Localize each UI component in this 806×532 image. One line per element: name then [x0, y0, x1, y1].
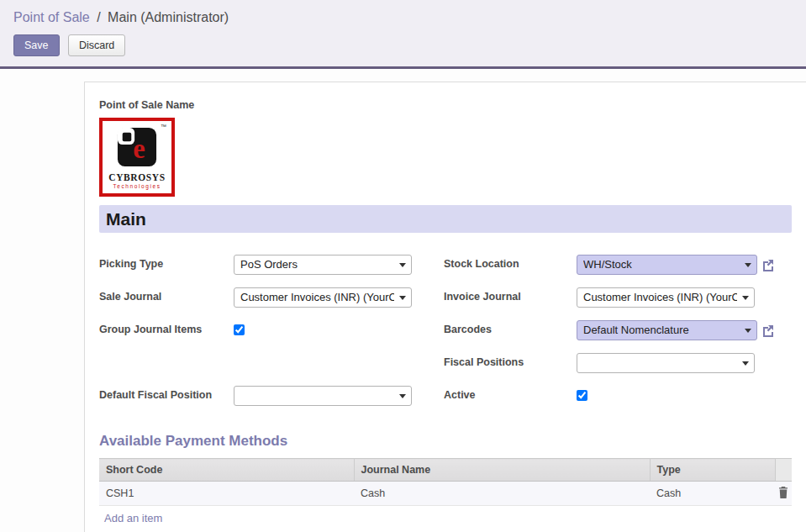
- default-fiscal-position-label: Default Fiscal Position: [99, 386, 234, 401]
- active-label: Active: [444, 386, 577, 401]
- control-panel: Point of Sale / Main (Administrator) Sav…: [0, 0, 806, 69]
- fiscal-positions-label: Fiscal Positions: [444, 353, 577, 368]
- sale-journal-select[interactable]: Customer Invoices (INR) (YourC: [234, 287, 412, 308]
- column-header-short-code[interactable]: Short Code: [99, 459, 354, 482]
- cell-type[interactable]: Cash: [650, 482, 775, 506]
- barcodes-field: Default Nomenclature: [577, 320, 791, 340]
- chevron-down-icon: [399, 394, 406, 398]
- breadcrumb-current: Main (Administrator): [108, 10, 229, 24]
- chevron-down-icon: [745, 329, 751, 333]
- group-journal-items-label: Group Journal Items: [99, 320, 234, 335]
- stock-location-input[interactable]: WH/Stock: [577, 255, 757, 275]
- cell-short-code[interactable]: CSH1: [99, 482, 354, 506]
- form-sheet: Point of Sale Name ™ e CYBROSYS Technolo…: [84, 82, 806, 532]
- stock-location-field: WH/Stock: [577, 255, 791, 275]
- save-button[interactable]: Save: [13, 34, 60, 56]
- pos-logo-image[interactable]: ™ e CYBROSYS Technologies: [99, 118, 175, 197]
- barcodes-label: Barcodes: [444, 320, 577, 335]
- default-fiscal-position-select[interactable]: [234, 386, 412, 406]
- logo-subtitle-text: Technologies: [113, 183, 161, 189]
- column-header-delete: [775, 459, 792, 482]
- column-header-type[interactable]: Type: [650, 459, 775, 482]
- main-content: Point of Sale Name ™ e CYBROSYS Technolo…: [0, 69, 806, 532]
- barcodes-input[interactable]: Default Nomenclature: [577, 320, 757, 340]
- breadcrumb-point-of-sale[interactable]: Point of Sale: [13, 10, 90, 24]
- logo-brand-text: CYBROSYS: [108, 172, 165, 182]
- cell-delete: [775, 482, 792, 506]
- trash-icon[interactable]: [778, 487, 788, 498]
- barcodes-value: Default Nomenclature: [583, 324, 740, 336]
- sale-journal-label: Sale Journal: [99, 287, 234, 303]
- invoice-journal-label: Invoice Journal: [444, 287, 577, 303]
- sale-journal-value: Customer Invoices (INR) (YourC: [240, 291, 394, 303]
- discard-button[interactable]: Discard: [68, 34, 125, 56]
- breadcrumb-separator: /: [97, 10, 100, 24]
- invoice-journal-value: Customer Invoices (INR) (YourCo: [583, 291, 737, 303]
- group-journal-items-checkbox[interactable]: [234, 324, 245, 335]
- add-an-item-link[interactable]: Add an item: [104, 512, 162, 524]
- column-header-journal-name[interactable]: Journal Name: [354, 459, 650, 482]
- active-field: [577, 386, 791, 404]
- action-buttons: Save Discard: [13, 34, 793, 56]
- table-row[interactable]: CSH1 Cash Cash: [99, 482, 792, 506]
- chevron-down-icon: [399, 296, 406, 300]
- chevron-down-icon: [742, 361, 749, 366]
- picking-type-label: Picking Type: [99, 255, 234, 270]
- chevron-down-icon: [745, 263, 751, 267]
- pos-name-input[interactable]: Main: [99, 205, 792, 233]
- picking-type-value: PoS Orders: [240, 258, 394, 271]
- active-checkbox[interactable]: [577, 390, 587, 401]
- payment-methods-heading: Available Payment Methods: [99, 433, 791, 450]
- stock-location-value: WH/Stock: [583, 258, 740, 271]
- external-link-icon[interactable]: [761, 324, 774, 337]
- cell-journal-name[interactable]: Cash: [354, 482, 650, 506]
- stock-location-label: Stock Location: [444, 255, 577, 270]
- payment-methods-table: Short Code Journal Name Type CSH1 Cash C…: [99, 458, 792, 506]
- picking-type-select[interactable]: PoS Orders: [234, 255, 412, 275]
- svg-text:e: e: [133, 134, 145, 164]
- chevron-down-icon: [742, 296, 749, 300]
- fiscal-positions-select[interactable]: [577, 353, 755, 373]
- invoice-journal-select[interactable]: Customer Invoices (INR) (YourCo: [577, 287, 755, 308]
- group-journal-items-field: [234, 320, 412, 339]
- trademark-symbol: ™: [161, 124, 166, 129]
- pos-name-label: Point of Sale Name: [99, 99, 791, 111]
- chevron-down-icon: [399, 263, 406, 267]
- cybrosys-logo-mark-icon: e: [117, 127, 157, 167]
- settings-form: Picking Type PoS Orders Stock Location W…: [99, 255, 791, 406]
- breadcrumb: Point of Sale / Main (Administrator): [13, 10, 793, 25]
- external-link-icon[interactable]: [761, 259, 774, 271]
- table-header-row: Short Code Journal Name Type: [99, 459, 792, 482]
